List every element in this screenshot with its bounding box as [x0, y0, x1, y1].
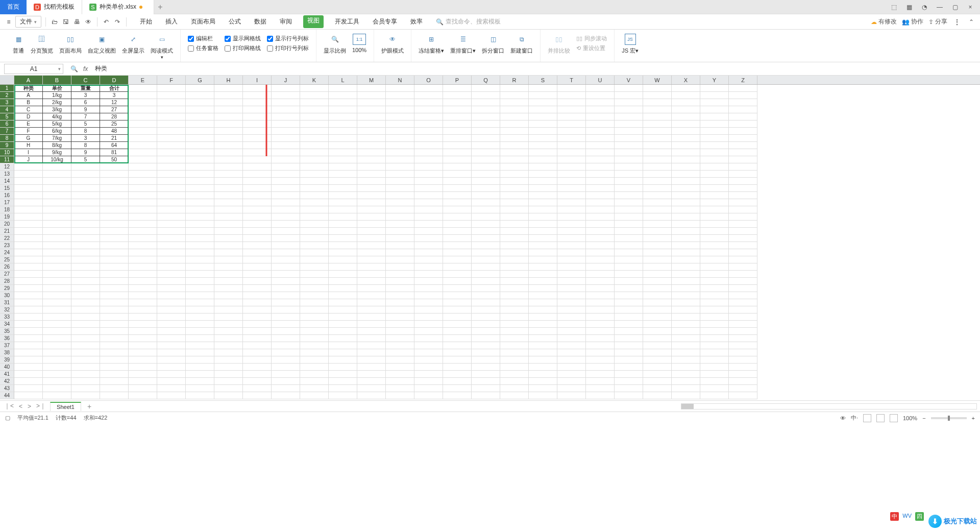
cell[interactable] [214, 199, 243, 206]
cell[interactable] [643, 92, 672, 99]
cell[interactable] [300, 235, 329, 242]
sheet-nav-prev[interactable]: < [18, 403, 23, 410]
cell[interactable] [300, 192, 329, 199]
cell[interactable]: 7/kg [43, 135, 71, 142]
cell[interactable] [300, 85, 329, 92]
cell[interactable] [586, 392, 615, 399]
cell[interactable] [586, 199, 615, 206]
cell[interactable] [129, 99, 157, 106]
cell[interactable] [472, 292, 500, 299]
cell[interactable] [329, 135, 357, 142]
cell[interactable] [500, 356, 529, 364]
cell[interactable] [729, 221, 757, 228]
cell[interactable] [529, 385, 557, 392]
cell[interactable] [700, 85, 729, 92]
cell[interactable] [329, 92, 357, 99]
tab-view[interactable]: 视图 [303, 15, 324, 28]
cell[interactable] [729, 299, 757, 306]
cell[interactable] [443, 349, 472, 356]
cell[interactable]: 64 [100, 142, 129, 149]
cell[interactable] [615, 171, 643, 178]
tab-data[interactable]: 数据 [252, 15, 268, 28]
cell[interactable] [500, 85, 529, 92]
cell[interactable] [643, 371, 672, 378]
cell[interactable] [386, 313, 414, 321]
cell[interactable] [186, 163, 214, 171]
cell[interactable] [300, 371, 329, 378]
column-header[interactable]: O [414, 76, 443, 84]
cell[interactable] [129, 113, 157, 120]
cell[interactable] [100, 292, 129, 299]
cell[interactable] [386, 242, 414, 249]
cell[interactable] [243, 306, 272, 313]
cell[interactable] [357, 371, 386, 378]
cell[interactable] [672, 213, 700, 221]
freeze-panes[interactable]: ⊞冻结窗格▾ [415, 33, 447, 56]
cell[interactable] [157, 364, 186, 371]
cell[interactable] [329, 342, 357, 349]
cell[interactable]: 8 [71, 128, 100, 135]
cell[interactable] [615, 199, 643, 206]
cell[interactable] [14, 356, 43, 364]
cell[interactable] [586, 256, 615, 263]
cell[interactable] [186, 249, 214, 256]
cell[interactable] [329, 306, 357, 313]
cell[interactable] [100, 378, 129, 385]
cell[interactable] [529, 213, 557, 221]
cell[interactable] [300, 313, 329, 321]
cell[interactable] [557, 120, 586, 128]
cell[interactable]: A [14, 92, 43, 99]
cell[interactable] [672, 178, 700, 185]
cell[interactable] [43, 392, 71, 399]
cell[interactable] [329, 99, 357, 106]
cell[interactable] [129, 385, 157, 392]
cell[interactable]: 6/kg [43, 128, 71, 135]
cell[interactable] [443, 371, 472, 378]
cell[interactable] [443, 271, 472, 278]
cell[interactable] [100, 306, 129, 313]
cell[interactable] [157, 99, 186, 106]
cell[interactable] [357, 178, 386, 185]
cell[interactable] [414, 206, 443, 213]
cell[interactable] [214, 192, 243, 199]
cell[interactable] [100, 263, 129, 271]
cell[interactable] [672, 142, 700, 149]
cell[interactable]: 5/kg [43, 120, 71, 128]
cell[interactable] [129, 335, 157, 342]
cell[interactable] [729, 185, 757, 192]
cell[interactable] [157, 163, 186, 171]
cell[interactable] [615, 342, 643, 349]
cell[interactable]: C [14, 106, 43, 113]
cell[interactable] [557, 206, 586, 213]
cell[interactable] [272, 328, 300, 335]
cell[interactable] [43, 299, 71, 306]
row-header[interactable]: 19 [0, 213, 14, 221]
cell[interactable]: I [14, 149, 43, 156]
cell[interactable] [186, 356, 214, 364]
cell[interactable] [329, 292, 357, 299]
cell[interactable] [43, 206, 71, 213]
row-header[interactable]: 44 [0, 392, 14, 399]
cell[interactable] [186, 142, 214, 149]
cell[interactable] [14, 163, 43, 171]
cell[interactable] [186, 242, 214, 249]
cell[interactable] [357, 120, 386, 128]
cell[interactable] [100, 235, 129, 242]
cell[interactable]: 27 [100, 106, 129, 113]
view-custom[interactable]: ▣自定义视图 [85, 33, 119, 56]
cell[interactable] [14, 271, 43, 278]
hamburger-icon[interactable]: ≡ [4, 17, 13, 27]
cell[interactable] [672, 221, 700, 228]
cell[interactable] [243, 128, 272, 135]
cell[interactable] [214, 142, 243, 149]
cell[interactable] [729, 278, 757, 285]
cell[interactable] [186, 313, 214, 321]
cell[interactable] [529, 306, 557, 313]
cell[interactable] [472, 128, 500, 135]
js-macro[interactable]: JSJS 宏▾ [619, 33, 642, 56]
cell[interactable] [729, 163, 757, 171]
cell[interactable] [414, 321, 443, 328]
cell[interactable] [100, 385, 129, 392]
cell[interactable] [443, 142, 472, 149]
column-header[interactable]: Z [729, 76, 757, 84]
